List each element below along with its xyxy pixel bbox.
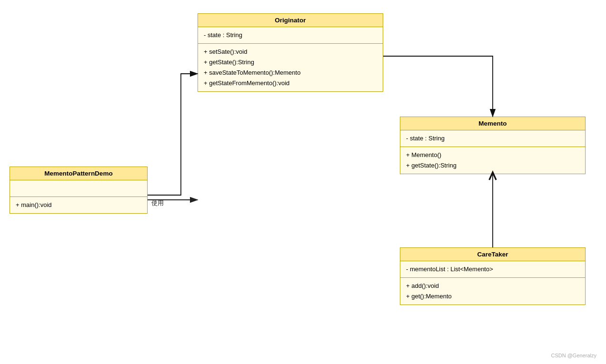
- svg-line-1: [148, 74, 198, 200]
- class-methods-originator: + setSate():void + getState():String + s…: [198, 44, 383, 91]
- class-title-originator: Originator: [198, 14, 383, 27]
- class-attributes-caretaker: - mementoList : List<Memento>: [400, 261, 585, 278]
- diagram-area: MementoPatternDemo + main():void Origina…: [0, 0, 606, 364]
- class-originator: Originator - state : String + setSate():…: [198, 13, 383, 92]
- class-title-demo: MementoPatternDemo: [10, 167, 147, 180]
- class-methods-memento: + Memento() + getState():String: [400, 147, 585, 174]
- watermark: CSDN @Generalzy: [551, 353, 596, 358]
- class-memento: Memento - state : String + Memento() + g…: [400, 117, 586, 174]
- class-attributes-demo: [10, 180, 147, 197]
- class-title-caretaker: CareTaker: [400, 248, 585, 261]
- class-methods-caretaker: + add():void + get():Memento: [400, 278, 585, 305]
- class-mementopattern-demo: MementoPatternDemo + main():void: [10, 167, 148, 214]
- class-attributes-memento: - state : String: [400, 130, 585, 147]
- class-methods-demo: + main():void: [10, 197, 147, 213]
- class-caretaker: CareTaker - mementoList : List<Memento> …: [400, 247, 586, 305]
- class-attributes-originator: - state : String: [198, 27, 383, 44]
- class-title-memento: Memento: [400, 117, 585, 130]
- use-label: 使用: [151, 199, 164, 207]
